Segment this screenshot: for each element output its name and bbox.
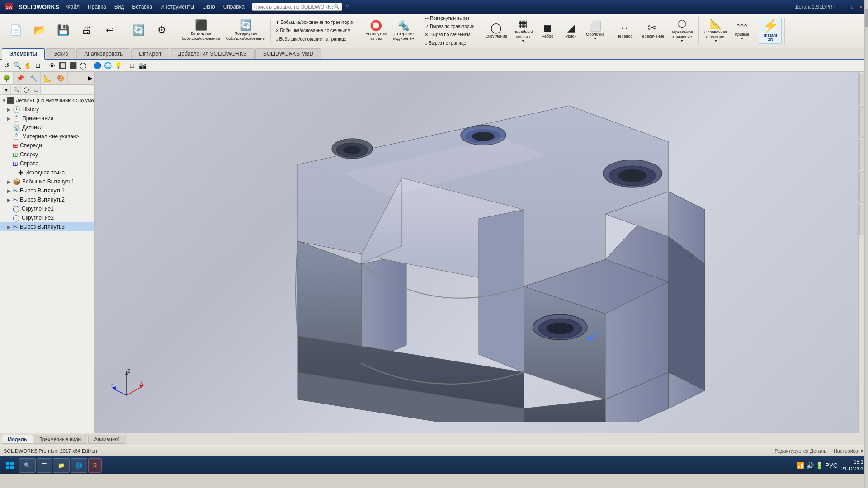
standard-views-icon[interactable]: 👁 (47, 61, 57, 70)
instant3d-btn[interactable]: ⚡ Instant3D (759, 18, 782, 44)
panel-tab-featuretree[interactable]: 🌳 (0, 72, 14, 84)
menu-item-файл[interactable]: Файл (63, 3, 84, 11)
menu-item-вид[interactable]: Вид (111, 3, 128, 11)
menu-item-справка[interactable]: Справка (220, 3, 248, 11)
tab-addins[interactable]: Добавления SOLIDWORKS (170, 48, 255, 59)
origin-item[interactable]: ✚ Исходная точка (0, 168, 94, 177)
tab-model[interactable]: Модель (2, 435, 33, 444)
restore-button[interactable]: □ (849, 3, 856, 10)
panel-tab-dim[interactable]: 📐 (41, 72, 54, 84)
cut-extrude2-item[interactable]: ▶ ✂ Вырез-Вытянуть2 (0, 195, 94, 204)
extruded-cut-btn[interactable]: ⭕ Вытянутыйвырез (363, 19, 390, 42)
filter-btn[interactable]: ▼ (2, 86, 11, 94)
tab-mbd[interactable]: SOLIDWORKS MBD (255, 48, 321, 59)
scene-icon[interactable]: 🌐 (103, 61, 113, 70)
zoom-icon[interactable]: 🔍 (12, 61, 22, 70)
open-btn[interactable]: 📂 (28, 23, 51, 38)
top-plane-item[interactable]: ⊞ Сверху (0, 150, 94, 159)
rib-btn[interactable]: ◼ Ребро (536, 21, 559, 40)
intersect-btn[interactable]: ✂ Пересечение (637, 21, 667, 40)
pan-icon[interactable]: ✋ (23, 61, 33, 70)
ref-geom-btn[interactable]: 📐 Справочнаягеометрия ▼ (702, 17, 730, 45)
right-plane-item[interactable]: ⊞ Справа (0, 159, 94, 168)
browser-btn[interactable]: 🌐 (71, 458, 87, 473)
help-icon[interactable]: ? (346, 4, 349, 9)
shell-btn[interactable]: ⬜ Оболочка ▼ (583, 19, 607, 42)
search-bar[interactable]: 🔍 (252, 3, 342, 11)
task-view-btn[interactable]: 🗔 (37, 458, 52, 473)
minimize-button[interactable]: ─ (841, 3, 848, 10)
volume-icon[interactable]: 🔊 (806, 462, 814, 469)
menu-item-правка[interactable]: Правка (84, 3, 110, 11)
tab-sketch[interactable]: Эскиз (46, 48, 75, 59)
extruded-boss-btn[interactable]: ⬛ Вытянутаябобышка/основание (179, 19, 223, 43)
solidworks-taskbar-btn[interactable]: S (88, 458, 102, 473)
panel-tab-propertymanager[interactable]: 📌 (14, 72, 27, 84)
display-style-icon[interactable]: ⬛ (68, 61, 78, 70)
part-name-item[interactable]: ▼ ⬛ Деталь1 (По умолчанию<<По умолчанию> (0, 96, 94, 105)
revolved-cut-btn[interactable]: ↩ Повернутый вырез (423, 14, 472, 22)
filter-icon2[interactable]: ◯ (22, 86, 31, 94)
clock[interactable]: 18:17 21.12.2017 (841, 459, 866, 473)
rotate-btn[interactable]: 🔄 (127, 23, 150, 38)
cut-extrude1-item[interactable]: ▶ ✂ Вырез-Вытянуть1 (0, 186, 94, 195)
notes-item[interactable]: ▶ 📋 Примечания (0, 114, 94, 123)
status-config[interactable]: Настройка ▼ (834, 448, 864, 454)
sensors-item[interactable]: 📡 Датчики (0, 123, 94, 132)
explorer-btn[interactable]: 📁 (53, 458, 70, 473)
search-input[interactable] (254, 4, 333, 9)
tab-animation1[interactable]: Анимация1 (88, 435, 126, 444)
tab-3d-views[interactable]: Трехмерные виды (34, 435, 88, 444)
edit-appearance-icon[interactable]: 🔵 (92, 61, 102, 70)
mirror-btn[interactable]: ⬡ Зеркальноеотражение ▼ (668, 17, 696, 45)
boundary-boss-btn[interactable]: ⤵ Бобышка/основание на границе (274, 35, 349, 43)
viewport[interactable]: Z X Y (95, 72, 858, 433)
search-icon[interactable]: 🔍 (333, 4, 340, 10)
keyboard-lang[interactable]: РУС (825, 462, 838, 469)
linear-pattern-btn[interactable]: ▦ Линейныймассив ▼ (511, 17, 535, 45)
revolved-boss-btn[interactable]: 🔄 Повернутаябобышка/основание (224, 19, 268, 43)
fillet1-item[interactable]: ◯ Скругление1 (0, 204, 94, 213)
swept-cut-btn[interactable]: ↗ Вырез по траектории (423, 23, 476, 30)
panel-tab-config[interactable]: 🔧 (27, 72, 41, 84)
close-button[interactable]: ✕ (857, 3, 864, 10)
history-item[interactable]: ▶ 🕐 History (0, 105, 94, 114)
start-button[interactable] (2, 458, 18, 473)
section-view-icon[interactable]: □ (127, 61, 137, 70)
battery-icon[interactable]: 🔋 (816, 462, 823, 469)
menu-item-окно[interactable]: Окно (199, 3, 219, 11)
material-item[interactable]: 📋 Материал <не указан> (0, 132, 94, 141)
panel-tab-display[interactable]: 🎨 (54, 72, 68, 84)
camera-icon[interactable]: 📷 (137, 61, 147, 70)
move-btn[interactable]: ↔ Перенос (613, 21, 636, 40)
panel-expand-arrow[interactable]: ▶ (85, 72, 94, 84)
print-btn[interactable]: 🖨 (75, 23, 98, 38)
lofted-cut-btn[interactable]: ⧖ Вырез по сечениям (423, 31, 472, 39)
search-taskbar-btn[interactable]: 🔍 (19, 458, 36, 473)
view-orient-icon[interactable]: 🔲 (57, 61, 67, 70)
draft-btn[interactable]: ◢ Уклон (560, 21, 582, 40)
lofted-boss-btn[interactable]: ⧖ Бобышка/основание по сечениям (274, 27, 353, 35)
boss-extrude1-item[interactable]: ▶ 📦 Бобышка-Вытянуть1 (0, 177, 94, 186)
tab-dimxpert[interactable]: DimXpert (131, 48, 169, 59)
tab-elements[interactable]: Элементы (2, 48, 45, 60)
minimize-icon[interactable]: ─ (350, 4, 354, 9)
front-plane-item[interactable]: ⊞ Спереди (0, 141, 94, 150)
zoom-fit-icon[interactable]: ⊡ (33, 61, 43, 70)
network-icon[interactable]: 📶 (797, 462, 804, 469)
menu-item-вставка[interactable]: Вставка (128, 3, 156, 11)
undo-btn[interactable]: ↩ (99, 23, 121, 38)
rotate-view-icon[interactable]: ↺ (2, 61, 12, 70)
filter-icon3[interactable]: □ (32, 86, 41, 94)
new-btn[interactable]: 📄 (5, 23, 27, 38)
swept-boss-btn[interactable]: ⬆ Бобышка/основание по траектории (274, 19, 357, 26)
menu-item-инструменты[interactable]: Инструменты (157, 3, 198, 11)
boundary-cut-btn[interactable]: ⤵ Вырез по границе (423, 39, 468, 47)
fillet2-item[interactable]: ◯ Скругление2 (0, 213, 94, 222)
display-mode-icon[interactable]: ◯ (78, 61, 88, 70)
fillet-btn[interactable]: ◯ Скругление (483, 21, 510, 40)
lights-icon[interactable]: 💡 (113, 61, 123, 70)
filter-icon1[interactable]: 🔍 (12, 86, 21, 94)
options-btn[interactable]: ⚙ (151, 23, 173, 38)
cut-extrude3-item[interactable]: ▶ ✂ Вырез-Вытянуть3 (0, 222, 94, 231)
